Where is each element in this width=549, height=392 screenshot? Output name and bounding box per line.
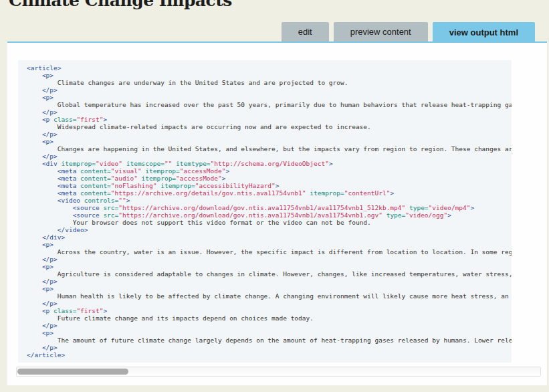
page-title: Climate Change Impacts — [9, 0, 549, 10]
tab-preview-content[interactable]: preview content — [334, 22, 428, 41]
horizontal-scrollbar-thumb[interactable] — [17, 369, 128, 375]
content-panel: <article> <p> Climate changes are underw… — [7, 41, 547, 385]
html-source-code: <article> <p> Climate changes are underw… — [27, 64, 512, 359]
horizontal-scrollbar-track[interactable] — [16, 367, 541, 377]
tab-bar: editpreview contentview output html — [282, 22, 535, 41]
tab-edit[interactable]: edit — [282, 22, 329, 41]
tab-view-output-html[interactable]: view output html — [433, 22, 535, 43]
output-html-code-view[interactable]: <article> <p> Climate changes are underw… — [18, 60, 512, 363]
